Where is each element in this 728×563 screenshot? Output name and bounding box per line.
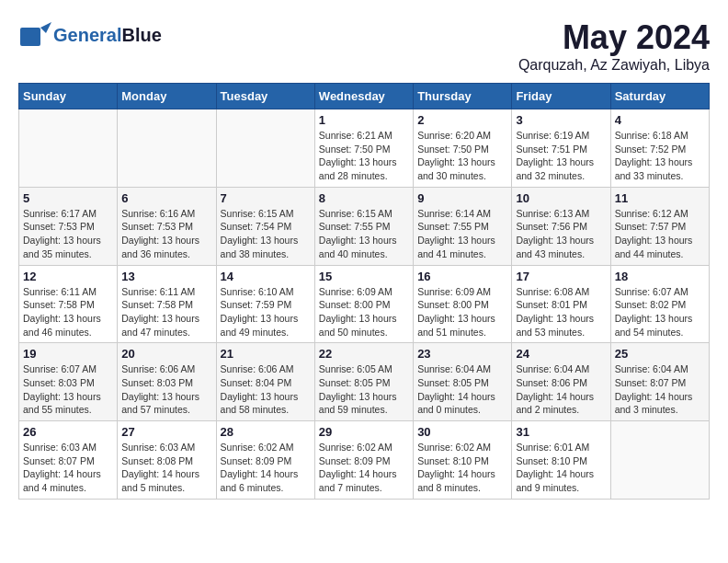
day-info: Sunrise: 6:08 AM Sunset: 8:01 PM Dayligh… (516, 285, 606, 339)
day-number: 21 (221, 347, 311, 361)
calendar-cell: 1Sunrise: 6:21 AM Sunset: 7:50 PM Daylig… (314, 109, 413, 188)
day-info: Sunrise: 6:04 AM Sunset: 8:06 PM Dayligh… (516, 362, 606, 417)
calendar-table: SundayMondayTuesdayWednesdayThursdayFrid… (18, 83, 710, 500)
calendar-cell: 12Sunrise: 6:11 AM Sunset: 7:58 PM Dayli… (19, 265, 118, 343)
day-info: Sunrise: 6:10 AM Sunset: 7:59 PM Dayligh… (221, 285, 311, 339)
day-info: Sunrise: 6:12 AM Sunset: 7:57 PM Dayligh… (615, 207, 705, 261)
page-header: GeneralBlue May 2024 Qarquzah, Az Zawiya… (18, 18, 710, 74)
location-title: Qarquzah, Az Zawiyah, Libya (518, 57, 710, 74)
day-info: Sunrise: 6:06 AM Sunset: 8:04 PM Dayligh… (221, 362, 311, 417)
day-number: 6 (121, 191, 211, 205)
calendar-cell: 15Sunrise: 6:09 AM Sunset: 8:00 PM Dayli… (314, 265, 413, 343)
day-info: Sunrise: 6:02 AM Sunset: 8:09 PM Dayligh… (319, 441, 409, 495)
weekday-header: Monday (118, 84, 216, 109)
day-info: Sunrise: 6:18 AM Sunset: 7:52 PM Dayligh… (615, 129, 705, 183)
calendar-cell: 14Sunrise: 6:10 AM Sunset: 7:59 PM Dayli… (216, 265, 314, 343)
day-number: 1 (319, 113, 409, 127)
day-info: Sunrise: 6:17 AM Sunset: 7:53 PM Dayligh… (23, 207, 113, 261)
day-info: Sunrise: 6:07 AM Sunset: 8:02 PM Dayligh… (615, 285, 705, 339)
day-info: Sunrise: 6:20 AM Sunset: 7:50 PM Dayligh… (417, 129, 507, 183)
calendar-cell: 18Sunrise: 6:07 AM Sunset: 8:02 PM Dayli… (610, 265, 709, 343)
calendar-cell: 16Sunrise: 6:09 AM Sunset: 8:00 PM Dayli… (414, 265, 512, 343)
day-number: 31 (516, 425, 606, 439)
calendar-cell: 27Sunrise: 6:03 AM Sunset: 8:08 PM Dayli… (118, 421, 216, 500)
day-info: Sunrise: 6:01 AM Sunset: 8:10 PM Dayligh… (516, 441, 606, 495)
calendar-cell (118, 109, 216, 188)
svg-rect-0 (20, 28, 40, 46)
day-info: Sunrise: 6:06 AM Sunset: 8:03 PM Dayligh… (121, 362, 211, 417)
day-info: Sunrise: 6:09 AM Sunset: 8:00 PM Dayligh… (319, 285, 409, 339)
calendar-cell: 13Sunrise: 6:11 AM Sunset: 7:58 PM Dayli… (118, 265, 216, 343)
weekday-header: Wednesday (314, 84, 413, 109)
day-number: 29 (319, 425, 409, 439)
day-info: Sunrise: 6:03 AM Sunset: 8:08 PM Dayligh… (121, 441, 211, 495)
day-info: Sunrise: 6:05 AM Sunset: 8:05 PM Dayligh… (319, 362, 409, 417)
day-info: Sunrise: 6:21 AM Sunset: 7:50 PM Dayligh… (319, 129, 409, 183)
calendar-cell: 30Sunrise: 6:02 AM Sunset: 8:10 PM Dayli… (414, 421, 512, 500)
day-number: 16 (417, 270, 507, 283)
day-info: Sunrise: 6:04 AM Sunset: 8:07 PM Dayligh… (615, 362, 705, 417)
calendar-cell: 10Sunrise: 6:13 AM Sunset: 7:56 PM Dayli… (512, 187, 610, 265)
day-info: Sunrise: 6:04 AM Sunset: 8:05 PM Dayligh… (417, 362, 507, 417)
day-number: 28 (221, 425, 311, 439)
calendar-cell (610, 421, 709, 500)
calendar-cell: 25Sunrise: 6:04 AM Sunset: 8:07 PM Dayli… (610, 343, 709, 421)
calendar-cell: 2Sunrise: 6:20 AM Sunset: 7:50 PM Daylig… (414, 109, 512, 188)
day-info: Sunrise: 6:02 AM Sunset: 8:10 PM Dayligh… (417, 441, 507, 495)
weekday-header: Thursday (414, 84, 512, 109)
day-number: 19 (23, 347, 113, 361)
day-number: 15 (319, 270, 409, 283)
calendar-cell: 28Sunrise: 6:02 AM Sunset: 8:09 PM Dayli… (216, 421, 314, 500)
day-number: 25 (615, 347, 705, 361)
calendar-week-row: 5Sunrise: 6:17 AM Sunset: 7:53 PM Daylig… (19, 187, 710, 265)
weekday-header: Tuesday (216, 84, 314, 109)
calendar-cell: 3Sunrise: 6:19 AM Sunset: 7:51 PM Daylig… (512, 109, 610, 188)
calendar-cell: 17Sunrise: 6:08 AM Sunset: 8:01 PM Dayli… (512, 265, 610, 343)
calendar-cell: 11Sunrise: 6:12 AM Sunset: 7:57 PM Dayli… (610, 187, 709, 265)
calendar-cell: 7Sunrise: 6:15 AM Sunset: 7:54 PM Daylig… (216, 187, 314, 265)
weekday-header: Sunday (19, 84, 118, 109)
day-info: Sunrise: 6:14 AM Sunset: 7:55 PM Dayligh… (417, 207, 507, 261)
logo-text: GeneralBlue (53, 25, 162, 46)
calendar-cell: 26Sunrise: 6:03 AM Sunset: 8:07 PM Dayli… (19, 421, 118, 500)
day-number: 13 (121, 270, 211, 283)
calendar-cell: 5Sunrise: 6:17 AM Sunset: 7:53 PM Daylig… (19, 187, 118, 265)
day-info: Sunrise: 6:02 AM Sunset: 8:09 PM Dayligh… (221, 441, 311, 495)
calendar-cell: 21Sunrise: 6:06 AM Sunset: 8:04 PM Dayli… (216, 343, 314, 421)
calendar-cell: 23Sunrise: 6:04 AM Sunset: 8:05 PM Dayli… (414, 343, 512, 421)
day-number: 17 (516, 270, 606, 283)
day-info: Sunrise: 6:07 AM Sunset: 8:03 PM Dayligh… (23, 362, 113, 417)
day-number: 4 (615, 113, 705, 127)
day-number: 23 (417, 347, 507, 361)
calendar-week-row: 1Sunrise: 6:21 AM Sunset: 7:50 PM Daylig… (19, 109, 710, 188)
calendar-cell (19, 109, 118, 188)
day-info: Sunrise: 6:19 AM Sunset: 7:51 PM Dayligh… (516, 129, 606, 183)
day-number: 22 (319, 347, 409, 361)
day-info: Sunrise: 6:09 AM Sunset: 8:00 PM Dayligh… (417, 285, 507, 339)
day-info: Sunrise: 6:03 AM Sunset: 8:07 PM Dayligh… (23, 441, 113, 495)
calendar-week-row: 12Sunrise: 6:11 AM Sunset: 7:58 PM Dayli… (19, 265, 710, 343)
svg-marker-1 (40, 22, 51, 33)
day-number: 14 (221, 270, 311, 283)
logo: GeneralBlue (18, 18, 162, 52)
day-number: 9 (417, 191, 507, 205)
weekday-header: Saturday (610, 84, 709, 109)
calendar-cell (216, 109, 314, 188)
calendar-cell: 24Sunrise: 6:04 AM Sunset: 8:06 PM Dayli… (512, 343, 610, 421)
day-info: Sunrise: 6:15 AM Sunset: 7:55 PM Dayligh… (319, 207, 409, 261)
calendar-cell: 20Sunrise: 6:06 AM Sunset: 8:03 PM Dayli… (118, 343, 216, 421)
calendar-week-row: 26Sunrise: 6:03 AM Sunset: 8:07 PM Dayli… (19, 421, 710, 500)
day-number: 3 (516, 113, 606, 127)
day-info: Sunrise: 6:16 AM Sunset: 7:53 PM Dayligh… (121, 207, 211, 261)
calendar-header-row: SundayMondayTuesdayWednesdayThursdayFrid… (19, 84, 710, 109)
day-number: 11 (615, 191, 705, 205)
month-title: May 2024 (518, 18, 710, 57)
day-number: 24 (516, 347, 606, 361)
day-info: Sunrise: 6:15 AM Sunset: 7:54 PM Dayligh… (221, 207, 311, 261)
calendar-cell: 8Sunrise: 6:15 AM Sunset: 7:55 PM Daylig… (314, 187, 413, 265)
calendar-cell: 19Sunrise: 6:07 AM Sunset: 8:03 PM Dayli… (19, 343, 118, 421)
day-number: 2 (417, 113, 507, 127)
weekday-header: Friday (512, 84, 610, 109)
day-number: 27 (121, 425, 211, 439)
day-number: 5 (23, 191, 113, 205)
